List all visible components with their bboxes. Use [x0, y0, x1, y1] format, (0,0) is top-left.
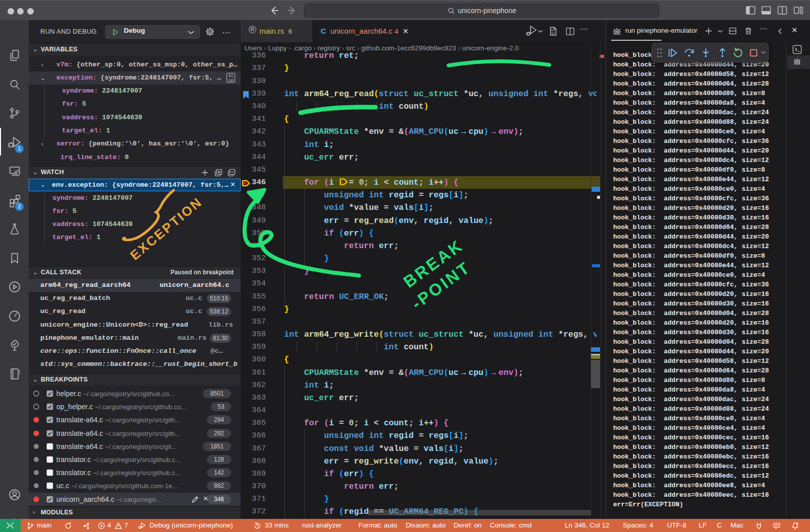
svg-text:10: 10 [551, 32, 555, 35]
svg-text:R: R [251, 27, 255, 32]
